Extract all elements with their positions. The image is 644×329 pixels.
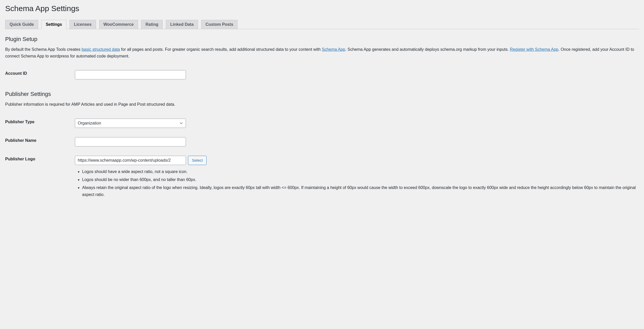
tab-linked-data[interactable]: Linked Data (166, 20, 198, 29)
tab-quick-guide[interactable]: Quick Guide (5, 20, 38, 29)
publisher-description: Publisher information is required for AM… (5, 101, 639, 108)
basic-structured-data-link[interactable]: basic structured data (82, 47, 120, 52)
tab-woocommerce[interactable]: WooCommerce (99, 20, 138, 29)
select-button[interactable]: Select (188, 156, 207, 165)
account-form-table: Account ID (5, 65, 639, 84)
intro-text-3: . Schema App generates and automatically… (345, 47, 510, 52)
register-schema-app-link[interactable]: Register with Schema App (510, 47, 559, 52)
publisher-logo-label: Publisher Logo (5, 151, 75, 204)
publisher-type-row: Publisher Type Organization (5, 114, 639, 133)
account-id-input[interactable] (75, 70, 186, 79)
list-item: Logos should have a wide aspect ratio, n… (82, 168, 636, 175)
tab-bar: Quick Guide Settings Licenses WooCommerc… (5, 18, 639, 29)
account-id-row: Account ID (5, 65, 639, 84)
list-item: Logos should be no wider than 600px, and… (82, 176, 636, 183)
plugin-setup-heading: Plugin Setup (5, 36, 639, 43)
publisher-name-row: Publisher Name (5, 133, 639, 151)
publisher-settings-heading: Publisher Settings (5, 91, 639, 97)
page-title: Schema App Settings (5, 3, 639, 13)
tab-custom-posts[interactable]: Custom Posts (201, 20, 238, 29)
intro-text-2: for all pages and posts. For greater org… (120, 47, 322, 52)
account-id-label: Account ID (5, 65, 75, 84)
plugin-setup-description: By default the Schema App Tools creates … (5, 46, 639, 59)
publisher-name-label: Publisher Name (5, 133, 75, 151)
schema-app-link[interactable]: Schema App (322, 47, 345, 52)
tab-licenses[interactable]: Licenses (69, 20, 96, 29)
logo-notes-list: Logos should have a wide aspect ratio, n… (82, 168, 636, 198)
tab-rating[interactable]: Rating (141, 20, 163, 29)
publisher-type-label: Publisher Type (5, 114, 75, 133)
publisher-logo-row: Publisher Logo Select Logos should have … (5, 151, 639, 204)
publisher-form-table: Publisher Type Organization Publisher Na… (5, 114, 639, 204)
intro-text-1: By default the Schema App Tools creates (5, 47, 82, 52)
publisher-name-input[interactable] (75, 137, 186, 146)
publisher-logo-input[interactable] (75, 156, 186, 165)
tab-settings[interactable]: Settings (41, 20, 66, 29)
list-item: Always retain the original aspect ratio … (82, 184, 636, 198)
publisher-type-select[interactable]: Organization (75, 119, 186, 128)
